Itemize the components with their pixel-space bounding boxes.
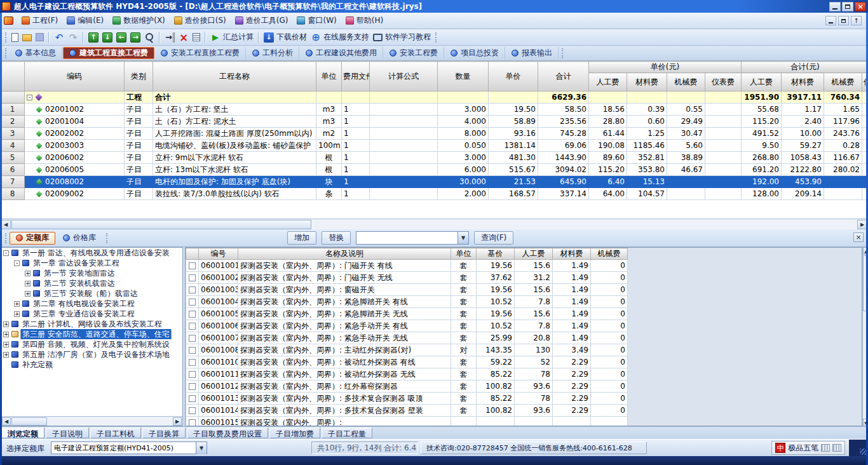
col-category[interactable]: 类别 xyxy=(125,62,153,91)
电杆的加固及保护: 加固及保护 底盘(块)[interactable]: 7 -02008002 子目 电杆的加固及保护: 加固及保护 底盘(块) 块 1… xyxy=(1,176,868,188)
tab-item-additional-fee[interactable]: 子目增加费 xyxy=(269,428,320,438)
探测器安装（室内外、周界）: 门磁开关 无线[interactable]: 06001002 探测器安装（室内外、周界）: 门磁开关 无线 套 37.62 … xyxy=(186,272,628,284)
立杆: 9m以下水泥杆 软石[interactable]: 5 -02006002 子目 立杆: 9m以下水泥杆 软石 根 1 3.000 … xyxy=(1,152,868,164)
col-fee-file[interactable]: 费用文件 xyxy=(342,62,370,91)
scrollbar-thumb[interactable] xyxy=(11,220,311,229)
人工开挖路面: 混凝土路面 厚度(250mm以内)[interactable]: 3 -02002002 子目 人工开挖路面: 混凝土路面 厚度(250mm以内)… xyxy=(1,128,868,140)
row-checkbox[interactable] xyxy=(189,407,196,414)
resize-grip[interactable] xyxy=(849,440,868,457)
expand-icon[interactable] xyxy=(25,291,31,297)
立杆: 13m以下水泥杆 软石[interactable]: 6 -02006005 子目 立杆: 13m以下水泥杆 软石 根 1 6.000… xyxy=(1,164,868,176)
tree-item[interactable]: 第一节 安装地面雷达 xyxy=(1,268,182,278)
col-up-instrument[interactable]: 仪表费 xyxy=(705,73,742,91)
探测器安装（室内外、周界）: 红外幕帘探测器[interactable]: 06001012 探测器安装（室内外、周界）: 红外幕帘探测器 套 100.82… xyxy=(186,381,628,393)
expand-icon[interactable] xyxy=(3,352,9,358)
col-tp-material[interactable]: 材料费 xyxy=(782,73,824,91)
ime-bar[interactable]: 中 极品五笔 xyxy=(771,441,845,455)
探测器安装（室内外、周界）: 紧急手动开关 有线[interactable]: 06001006 探测器安装（室内外、周界）: 紧急手动开关 有线 套 10.5… xyxy=(186,320,628,332)
summary-calculate-button[interactable]: 汇总计算 xyxy=(208,30,255,44)
new-file-icon[interactable] xyxy=(10,32,20,43)
col-quota-unit[interactable]: 单位 xyxy=(451,248,477,260)
col-quota-name[interactable]: 名称及说明 xyxy=(238,248,451,260)
toolbar-grip[interactable] xyxy=(106,233,108,243)
探测器安装（室内外、周界）: 被动红外探测器 无线[interactable]: 06001011 探测器安装（室内外、周界）: 被动红外探测器 无线 套 85.… xyxy=(186,368,628,381)
menu-help[interactable]: 帮助(H) xyxy=(341,13,388,28)
row-checkbox[interactable] xyxy=(189,311,196,318)
scroll-right-icon[interactable]: ▶ xyxy=(173,417,182,426)
expand-icon[interactable] xyxy=(3,342,9,347)
col-unit[interactable]: 单位 xyxy=(316,62,342,91)
tab-total-investment[interactable]: 项目总投资 xyxy=(445,47,505,59)
row-checkbox[interactable] xyxy=(189,371,196,378)
tree-item[interactable]: 第三章 专业通信设备安装工程 xyxy=(1,309,182,319)
col-up-material[interactable]: 材料费 xyxy=(627,73,667,91)
expand-icon[interactable] xyxy=(25,271,31,276)
tab-report-output[interactable]: 报表输出 xyxy=(506,47,559,59)
scroll-left-icon[interactable]: ◀ xyxy=(2,417,11,426)
download-price-button[interactable]: 下载价材 xyxy=(262,30,309,44)
row-checkbox[interactable] xyxy=(189,359,196,366)
tab-installation-direct-cost[interactable]: 安装工程直接工程费 xyxy=(155,47,246,59)
col-total[interactable]: 合计 xyxy=(538,62,589,91)
separator[interactable] xyxy=(258,32,259,43)
menu-project[interactable]: 工程(F) xyxy=(17,13,62,28)
undo-icon[interactable] xyxy=(52,31,66,44)
row-checkbox[interactable] xyxy=(189,274,196,281)
menu-edit[interactable]: 编辑(E) xyxy=(62,13,108,28)
search-combobox[interactable]: ▼ xyxy=(356,231,469,245)
chevron-down-icon[interactable]: ▼ xyxy=(458,232,468,244)
探测器安装（室内外、周界）: 被动红外探测器 有线[interactable]: 06001010 探测器安装（室内外、周界）: 被动红外探测器 有线 套 59.… xyxy=(186,356,628,368)
main-horizontal-scrollbar[interactable]: ◀ ▶ xyxy=(0,219,868,229)
探测器安装（室内外、周界）: 主动红外探测器(对)[interactable]: 06001008 探测器安装（室内外、周界）: 主动红外探测器(对) 对 143… xyxy=(186,344,628,356)
探测器安装（室内外、周界）: 多技术复合探测器 吸顶[interactable]: 06001013 探测器安装（室内外、周界）: 多技术复合探测器 吸顶 套 85… xyxy=(186,393,628,405)
装拉线: 装7/3.0单股拉线(以内) 软石[interactable]: 8 -02009002 子目 装拉线: 装7/3.0单股拉线(以内) 软石 条 … xyxy=(1,188,868,200)
online-service-button[interactable]: 在线服务支持 xyxy=(309,30,371,44)
tree-item[interactable]: 第三册 安全防范、道路交通、停车场、住宅 xyxy=(1,329,182,339)
col-tp-labor[interactable]: 人工费 xyxy=(742,73,782,91)
tab-basic-info[interactable]: 基本信息 xyxy=(10,47,62,59)
合计[interactable]: - 工程 合计 6629.36 1951.90 3917.11 760.34 xyxy=(1,91,868,104)
探测器安装（室内外、周界）: 窗磁开关[interactable]: 06001003 探测器安装（室内外、周界）: 窗磁开关 套 19.56 15.… xyxy=(186,284,628,296)
redo-icon[interactable] xyxy=(66,31,80,44)
separator[interactable] xyxy=(48,32,50,43)
toolbar-grip[interactable] xyxy=(5,32,7,43)
col-tp-machine[interactable]: 机械费 xyxy=(824,73,862,91)
menu-data-maintenance[interactable]: 数据维护(X) xyxy=(108,13,170,28)
col-up-labor[interactable]: 人工费 xyxy=(589,73,627,91)
土（石）方工程: 坚土[interactable]: 1 -02001002 子目 土（石）方工程: 坚土 m3 1 3.000 19… xyxy=(1,104,868,116)
notes-icon[interactable] xyxy=(191,32,202,43)
col-up-machine[interactable]: 机械费 xyxy=(667,73,705,91)
tree-item[interactable]: 第二册 计算机、网络设备及布线安装工程 xyxy=(1,319,182,329)
col-quota-material[interactable]: 材料费 xyxy=(553,248,591,260)
tab-item-fee-settings[interactable]: 子目取费及费用设置 xyxy=(187,428,268,438)
tab-labor-material-analysis[interactable]: 工料分析 xyxy=(247,47,299,59)
col-quota-machine[interactable]: 机械费 xyxy=(591,248,628,260)
tree-item[interactable]: 第三节 安装舰（船）载雷达 xyxy=(1,288,182,299)
child-restore-button[interactable] xyxy=(838,16,849,25)
move-left-icon[interactable] xyxy=(114,31,128,44)
tree-item[interactable]: 第一章 雷达设备安装工程 xyxy=(1,258,182,268)
row-checkbox[interactable] xyxy=(189,383,196,390)
tab-installation-cost[interactable]: 安装工程费 xyxy=(384,47,444,59)
expand-icon[interactable] xyxy=(14,311,20,317)
col-quota-labor[interactable]: 人工费 xyxy=(515,248,553,260)
tab-item-quantity[interactable]: 子目工程量 xyxy=(322,428,372,438)
insert-row-icon[interactable] xyxy=(163,31,177,44)
tabbar-grip[interactable] xyxy=(5,48,7,58)
tab-item-conversion[interactable]: 子目换算 xyxy=(142,428,186,438)
row-checkbox[interactable] xyxy=(189,335,196,342)
chevron-down-icon[interactable]: ▼ xyxy=(196,442,207,454)
col-quota-code[interactable]: 编号 xyxy=(199,248,238,260)
menu-cost-interface[interactable]: 造价接口(S) xyxy=(170,13,231,28)
tab-quota-library[interactable]: 定额库 xyxy=(10,232,55,245)
土（石）方工程: 泥水土[interactable]: 2 -02001004 子目 土（石）方工程: 泥水土 m3 1 4.000 5… xyxy=(1,116,868,128)
tree-item[interactable]: 第五册 洁净厂房（室）及电子设备技术场地 xyxy=(1,349,182,360)
keyboard-icon[interactable] xyxy=(821,444,830,452)
tab-other-construction-cost[interactable]: 工程建设其他费用 xyxy=(300,47,383,59)
library-combobox[interactable]: 电子建设工程预算定额(HYD41-2005) ▼ xyxy=(51,441,207,454)
expand-icon[interactable] xyxy=(3,321,9,327)
search-icon[interactable] xyxy=(142,31,156,44)
col-quota-base-price[interactable]: 基价 xyxy=(477,248,515,260)
探测器安装（室内外、周界）: 紧急脚踏开关 有线[interactable]: 06001004 探测器安装（室内外、周界）: 紧急脚踏开关 有线 套 10.5… xyxy=(186,296,628,308)
restore-button[interactable] xyxy=(842,2,853,11)
